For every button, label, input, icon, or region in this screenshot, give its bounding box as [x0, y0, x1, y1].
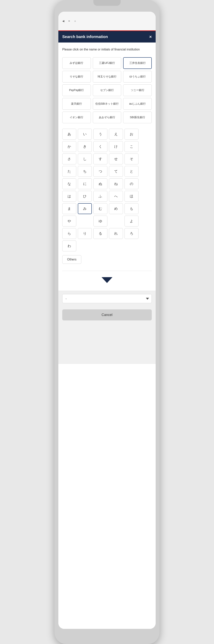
modal-body: Please click on the name or initials of … [58, 42, 156, 291]
kana-btn-ta[interactable]: た [62, 166, 76, 177]
kana-btn-hi[interactable]: ひ [78, 191, 92, 202]
cancel-section: Cancel [58, 306, 156, 325]
kana-section: あ い う え お か き く け こ [62, 129, 152, 251]
kana-btn-ro[interactable]: ろ [125, 228, 139, 239]
kana-btn-he[interactable]: へ [109, 191, 123, 202]
kana-btn-mu[interactable]: む [93, 203, 108, 214]
bg-item-1: ◀ [62, 20, 64, 23]
kana-btn-to[interactable]: と [125, 166, 139, 177]
bank-btn-sbi-shinsho[interactable]: SBI新生銀行 [123, 112, 152, 123]
kana-btn-ka[interactable]: か [62, 141, 76, 152]
kana-row-wa: わ [62, 240, 152, 251]
kana-row-ma: ま み む め も [62, 203, 152, 214]
kana-btn-nu[interactable]: ぬ [93, 178, 108, 189]
bank-btn-aozora[interactable]: あおぞら銀行 [93, 112, 121, 123]
kana-btn-yo[interactable]: よ [125, 216, 139, 226]
kana-row-ya: や ゆ よ [62, 216, 152, 226]
kana-btn-su[interactable]: す [93, 154, 108, 164]
kana-btn-se[interactable]: せ [109, 154, 123, 164]
kana-btn-ma[interactable]: ま [62, 203, 76, 214]
kana-btn-ri[interactable]: り [78, 228, 92, 239]
bank-btn-sony[interactable]: ソニー銀行 [123, 84, 152, 96]
app-bg-content: ◀ ≡ ＋ [62, 20, 76, 23]
bank-btn-mitsubishi-ufj[interactable]: 三菱UFJ銀行 [93, 57, 121, 69]
bank-btn-mizuho[interactable]: みずほ銀行 [62, 57, 91, 69]
app-background: ◀ ≡ ＋ [58, 12, 156, 31]
kana-btn-ra[interactable]: ら [62, 228, 76, 239]
dropdown-section: - [58, 291, 156, 306]
phone-notch [93, 0, 121, 6]
close-button[interactable]: × [149, 35, 152, 39]
kana-btn-ki[interactable]: き [78, 141, 92, 152]
bank-btn-au-jibun[interactable]: auじぶん銀行 [123, 98, 152, 110]
bank-btn-rakuten[interactable]: 楽天銀行 [62, 98, 91, 110]
kana-btn-ho[interactable]: ほ [125, 191, 139, 202]
kana-btn-u[interactable]: う [93, 129, 108, 140]
kana-btn-ne[interactable]: ね [109, 178, 123, 189]
kana-btn-mi[interactable]: み [78, 203, 92, 214]
cancel-button[interactable]: Cancel [62, 310, 152, 320]
kana-btn-tsu[interactable]: つ [93, 166, 108, 177]
phone-frame: ◀ ≡ ＋ Search bank information × Please c… [54, 0, 160, 644]
bank-btn-seven[interactable]: セブン銀行 [93, 84, 121, 96]
bg-item-2: ≡ [68, 20, 70, 23]
kana-btn-so[interactable]: そ [125, 154, 139, 164]
kana-btn-a[interactable]: あ [62, 129, 76, 140]
kana-btn-ko[interactable]: こ [125, 141, 139, 152]
instruction-text: Please click on the name or initials of … [62, 47, 152, 52]
kana-btn-wa[interactable]: わ [62, 240, 76, 251]
kana-row-na: な に ぬ ね の [62, 178, 152, 189]
kana-btn-re[interactable]: れ [109, 228, 123, 239]
kana-btn-fu[interactable]: ふ [93, 191, 108, 202]
kana-btn-o[interactable]: お [125, 129, 139, 140]
bank-btn-saitama-risona[interactable]: 埼玉りそな銀行 [93, 71, 121, 82]
kana-row-ka: か き く け こ [62, 141, 152, 152]
dropdown-wrapper: - [62, 294, 152, 303]
bg-item-3: ＋ [74, 20, 76, 23]
bank-btn-mitsui-sumitomo[interactable]: 三井住友銀行 [123, 57, 152, 69]
kana-btn-shi[interactable]: し [78, 154, 92, 164]
kana-btn-chi[interactable]: ち [78, 166, 92, 177]
kana-btn-e[interactable]: え [109, 129, 123, 140]
kana-btn-ha[interactable]: は [62, 191, 76, 202]
kana-btn-i[interactable]: い [78, 129, 92, 140]
kana-row-ha: は ひ ふ へ ほ [62, 191, 152, 202]
bottom-spacer [58, 325, 156, 364]
others-button[interactable]: Others [62, 255, 81, 264]
kana-row-sa: さ し す せ そ [62, 154, 152, 164]
kana-btn-ya[interactable]: や [62, 216, 76, 226]
modal-header: Search bank information × [58, 31, 156, 42]
kana-btn-yu[interactable]: ゆ [93, 216, 108, 226]
kana-btn-mo[interactable]: も [125, 203, 139, 214]
bank-btn-yucho[interactable]: ゆうちょ銀行 [123, 71, 152, 82]
kana-row-a: あ い う え お [62, 129, 152, 140]
bank-btn-risona[interactable]: りそな銀行 [62, 71, 91, 82]
kana-btn-sa[interactable]: さ [62, 154, 76, 164]
bank-btn-paypay[interactable]: PayPay銀行 [62, 84, 91, 96]
scroll-down-arrow-icon [101, 277, 113, 283]
kana-btn-ru[interactable]: る [93, 228, 108, 239]
kana-btn-me[interactable]: め [109, 203, 123, 214]
kana-row-ta: た ち つ て と [62, 166, 152, 177]
kana-btn-te[interactable]: て [109, 166, 123, 177]
modal-container: Search bank information × Please click o… [58, 31, 156, 629]
kana-btn-na[interactable]: な [62, 178, 76, 189]
divider [62, 271, 152, 271]
bank-dropdown[interactable]: - [62, 294, 152, 303]
bank-grid: みずほ銀行 三菱UFJ銀行 三井住友銀行 りそな銀行 埼玉りそな銀行 ゆうちょ銀… [62, 57, 152, 123]
kana-btn-no[interactable]: の [125, 178, 139, 189]
kana-btn-ke[interactable]: け [109, 141, 123, 152]
kana-row-ra: ら り る れ ろ [62, 228, 152, 239]
kana-btn-ni[interactable]: に [78, 178, 92, 189]
bank-btn-ion[interactable]: イオン銀行 [62, 112, 91, 123]
kana-btn-ku[interactable]: く [93, 141, 108, 152]
modal-title: Search bank information [62, 34, 108, 39]
scroll-arrow-container [62, 274, 152, 286]
phone-screen: ◀ ≡ ＋ Search bank information × Please c… [58, 12, 156, 629]
bank-btn-jushin-sbi[interactable]: 住信SBIネット銀行 [93, 98, 121, 110]
